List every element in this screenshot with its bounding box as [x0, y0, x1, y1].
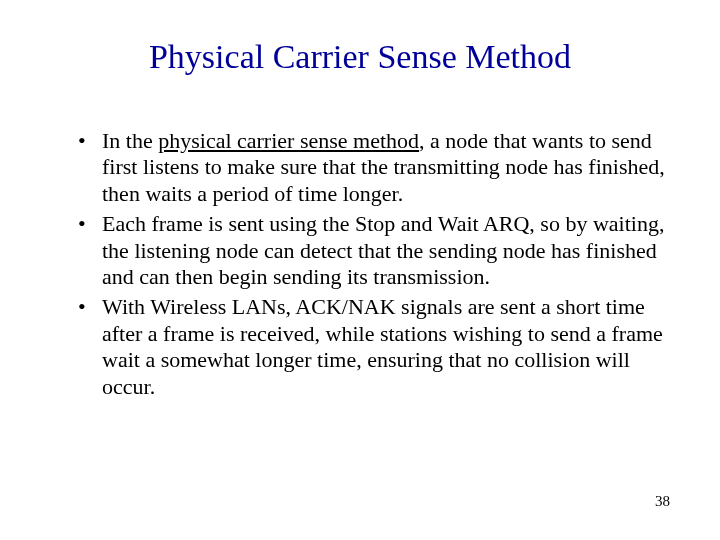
- bullet-item-1: • In the physical carrier sense method, …: [78, 128, 668, 207]
- bullet-item-3: • With Wireless LANs, ACK/NAK signals ar…: [78, 294, 668, 400]
- bullet-2-text: Each frame is sent using the Stop and Wa…: [102, 211, 664, 289]
- bullet-marker-icon: •: [78, 128, 86, 154]
- bullet-3-text: With Wireless LANs, ACK/NAK signals are …: [102, 294, 663, 398]
- bullet-1-prefix: In the: [102, 128, 158, 153]
- bullet-1-underline: physical carrier sense method: [158, 128, 419, 153]
- slide-title: Physical Carrier Sense Method: [0, 38, 720, 76]
- slide: Physical Carrier Sense Method • In the p…: [0, 0, 720, 540]
- bullet-item-2: • Each frame is sent using the Stop and …: [78, 211, 668, 290]
- bullet-marker-icon: •: [78, 294, 86, 320]
- page-number: 38: [655, 493, 670, 510]
- bullet-marker-icon: •: [78, 211, 86, 237]
- slide-body: • In the physical carrier sense method, …: [78, 128, 668, 404]
